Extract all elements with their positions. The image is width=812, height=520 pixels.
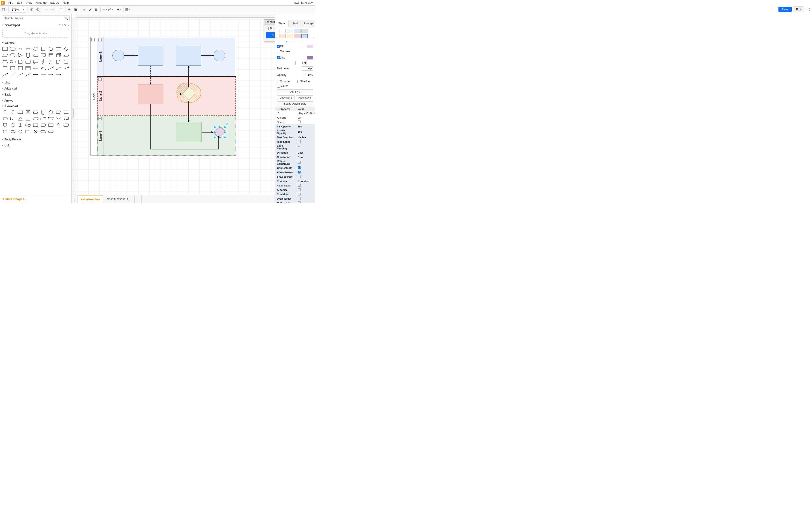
shape-cloud[interactable]	[32, 53, 38, 58]
edge-task1-task3-dashed[interactable]	[149, 66, 152, 85]
fc-arrow[interactable]	[48, 129, 54, 134]
property-row[interactable]: Double	[275, 120, 315, 124]
shape-thin-arrow[interactable]	[25, 72, 31, 77]
waypoints-icon[interactable]: ▼	[108, 7, 113, 12]
shape-parallelogram[interactable]	[2, 53, 8, 58]
shape-list[interactable]	[25, 66, 31, 71]
fc-offpage[interactable]	[2, 123, 8, 128]
swatch[interactable]	[302, 29, 308, 33]
property-checkbox[interactable]	[298, 121, 300, 123]
misc-header[interactable]: ▸Misc	[0, 80, 72, 85]
zoom-select[interactable]: 175%▼	[10, 7, 26, 12]
menu-help[interactable]: Help	[61, 0, 71, 5]
menu-edit[interactable]: Edit	[15, 0, 24, 5]
shape-diamond[interactable]	[63, 46, 69, 51]
arrows-header[interactable]: ▸Arrows	[0, 98, 72, 104]
shape-tape[interactable]	[9, 59, 16, 64]
start-drawing-button[interactable]: Start drawing	[266, 32, 275, 38]
perimeter-input[interactable]	[302, 67, 313, 71]
edge-task3-decision1[interactable]	[163, 93, 182, 95]
fc-multidoc[interactable]	[63, 116, 69, 121]
scratchpad-close-icon[interactable]: ✕	[67, 24, 70, 27]
scratchpad-add-icon[interactable]: +	[61, 24, 63, 27]
property-row[interactable]: Drop Target	[275, 197, 315, 201]
shape-rectangle[interactable]	[2, 46, 8, 51]
scratchpad-help-icon[interactable]: ?	[59, 24, 61, 27]
swatch[interactable]	[294, 29, 300, 33]
swatch[interactable]	[287, 34, 293, 38]
shape-internal-storage[interactable]	[48, 53, 54, 58]
freehand-panel[interactable]: Freehand ▁✕ Brush Start drawing	[264, 20, 275, 42]
lane2-collapse-icon[interactable]: −	[98, 77, 102, 81]
shape-line[interactable]	[17, 72, 23, 77]
swatch[interactable]	[294, 34, 300, 38]
set-default-style-button[interactable]: Set as Default Style	[277, 101, 313, 106]
property-row[interactable]: IDdNxyNK7c78bLw	[275, 111, 315, 115]
fc-terminator2[interactable]	[40, 129, 46, 134]
property-row[interactable]: Fixed Dash	[275, 183, 315, 188]
pool-collapse-icon[interactable]: −	[91, 38, 95, 42]
shape-ellipse[interactable]	[32, 46, 38, 51]
swatch[interactable]	[279, 29, 286, 33]
shape-triangle[interactable]	[17, 53, 23, 58]
fc-manual[interactable]	[48, 116, 54, 121]
fc-sort[interactable]	[55, 123, 61, 128]
page-tabs-menu-icon[interactable]: ⋮	[72, 195, 78, 203]
lane3-collapse-icon[interactable]: −	[98, 117, 102, 120]
fc-stored[interactable]	[2, 129, 8, 134]
fc-merge[interactable]	[55, 116, 61, 121]
shape-connector4[interactable]	[55, 72, 61, 77]
property-row[interactable]: Rotate Constraint	[275, 159, 315, 165]
property-checkbox[interactable]	[298, 161, 300, 163]
shape-step[interactable]	[63, 53, 69, 58]
task-2[interactable]	[176, 46, 201, 66]
scratchpad-dropzone[interactable]: Drag elements here	[2, 29, 69, 38]
property-row[interactable]: Container	[275, 192, 315, 197]
swatch[interactable]	[287, 29, 293, 33]
scratchpad-edit-icon[interactable]: ✎	[64, 24, 67, 27]
table-icon[interactable]: ▼	[125, 7, 131, 12]
task-1[interactable]	[138, 46, 163, 66]
zoom-out-icon[interactable]	[35, 7, 41, 12]
property-row[interactable]: ConstraintNone	[275, 155, 315, 159]
edit-style-button[interactable]: Edit Style	[277, 89, 313, 94]
shape-hexagon[interactable]	[9, 53, 16, 58]
gradient-checkbox[interactable]	[277, 50, 280, 53]
connection-icon[interactable]: ▼	[102, 7, 108, 12]
property-checkbox[interactable]	[298, 193, 300, 196]
fc-terminator[interactable]	[9, 129, 16, 134]
fc-internal[interactable]	[25, 116, 31, 121]
shape-circle[interactable]	[48, 46, 54, 51]
zoom-in-icon[interactable]	[29, 7, 35, 12]
fill-checkbox[interactable]	[277, 45, 280, 48]
property-row[interactable]: Connectable	[275, 165, 315, 170]
property-row[interactable]: DirectionEast	[275, 150, 315, 155]
swatch-pager[interactable]: ●○ ○ ○ ○ ○	[275, 40, 315, 44]
fc-connector[interactable]	[9, 123, 16, 128]
property-row[interactable]: Autosize	[275, 188, 315, 192]
property-checkbox[interactable]	[298, 166, 300, 169]
fc-papertape[interactable]	[25, 123, 31, 128]
shape-square[interactable]	[40, 46, 46, 51]
entity-relation-header[interactable]: ▸Entity Relation	[0, 136, 72, 142]
to-front-icon[interactable]	[67, 7, 72, 12]
property-row[interactable]: Snap to Point	[275, 175, 315, 179]
menu-arrange[interactable]: Arrange	[34, 0, 48, 5]
property-checkbox[interactable]	[298, 171, 300, 174]
fc-directdata[interactable]	[63, 110, 69, 115]
opacity-input[interactable]	[302, 73, 313, 77]
fill-color-icon[interactable]	[81, 7, 87, 12]
shape-heading[interactable]: Heading──	[25, 46, 31, 51]
general-header[interactable]: ▼General	[0, 40, 72, 45]
to-back-icon[interactable]	[73, 7, 78, 12]
fc-or[interactable]	[17, 123, 23, 128]
swatch-prev-icon[interactable]: ‹	[276, 35, 277, 39]
shape-connector2[interactable]	[40, 72, 46, 77]
fc-annotation2[interactable]	[9, 110, 16, 115]
shape-dashed-arrow[interactable]	[2, 72, 8, 77]
start-circle[interactable]	[112, 50, 124, 61]
fc-delay[interactable]	[55, 110, 61, 115]
fc-predefined[interactable]	[32, 123, 38, 128]
end-circle[interactable]	[213, 50, 225, 61]
shape-cylinder[interactable]	[25, 53, 31, 58]
